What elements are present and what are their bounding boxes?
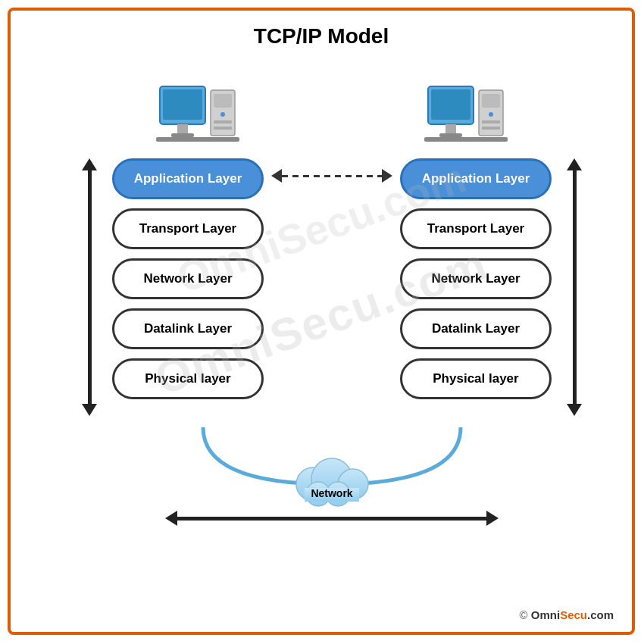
left-computer [156,83,239,158]
right-computer-icon [424,83,508,158]
left-arrow-col [74,158,105,416]
svg-rect-1 [163,89,202,120]
network-section: Network [18,424,644,526]
left-arrow-down [82,404,97,416]
left-layer-physical: Physical layer [112,358,264,399]
right-vertical-arrow [567,158,582,416]
dashed-arrow [271,169,392,183]
main-content: Application Layer Transport Layer Networ… [18,56,644,632]
cloud-container: Network [279,450,385,511]
right-layer-application: Application Layer [400,158,552,199]
right-layers-col: Application Layer Transport Layer Networ… [392,158,559,416]
svg-rect-13 [439,133,462,137]
main-container: OmniSecu.com OmniSecu.com TCP/IP Model [8,8,635,635]
horiz-arrow-right [486,511,499,526]
left-layer-transport: Transport Layer [112,208,264,249]
footer-secu: Secu [560,608,587,621]
right-layer-transport: Transport Layer [400,208,552,249]
right-v-line [573,170,577,404]
svg-point-16 [489,112,493,117]
layers-section: Application Layer Transport Layer Networ… [18,158,644,416]
page-title: TCP/IP Model [11,11,632,48]
right-layer-datalink: Datalink Layer [400,308,552,349]
right-computer [424,83,508,158]
footer-copyright: © [520,608,531,621]
left-vertical-arrow [82,158,97,416]
svg-rect-5 [214,94,232,108]
horiz-line [177,517,486,521]
left-computer-icon [156,83,239,158]
svg-rect-3 [171,133,194,137]
left-layer-network: Network Layer [112,258,264,299]
footer-dotcom: .com [587,608,614,621]
left-v-line [88,170,92,404]
dashed-line [282,175,382,177]
svg-rect-18 [482,127,500,130]
bottom-horiz-arrow [165,511,499,526]
left-layers-col: Application Layer Transport Layer Networ… [105,158,271,416]
cloud-icon: Network [279,450,385,511]
computers-row [18,60,644,158]
middle-col [271,158,392,416]
right-arrow-down [567,404,582,416]
svg-rect-15 [482,94,500,108]
dashed-right-head [382,169,392,183]
svg-point-6 [220,112,225,117]
svg-rect-12 [445,124,456,133]
svg-rect-7 [214,120,232,123]
svg-rect-2 [177,124,188,133]
left-layer-application: Application Layer [112,158,264,199]
right-layer-network: Network Layer [400,258,552,299]
dashed-left-head [271,169,282,183]
footer-omni: Omni [531,608,560,621]
svg-rect-11 [431,89,470,120]
svg-rect-8 [214,127,232,130]
svg-rect-19 [424,137,508,142]
footer: © OmniSecu.com [520,608,614,621]
right-arrow-up [567,158,582,170]
right-arrow-col [559,158,589,416]
left-arrow-up [82,158,97,170]
horiz-arrow-left [165,511,177,526]
svg-text:Network: Network [311,487,352,499]
svg-rect-9 [156,137,239,142]
svg-rect-17 [482,120,500,123]
left-layer-datalink: Datalink Layer [112,308,264,349]
right-layer-physical: Physical layer [400,358,552,399]
